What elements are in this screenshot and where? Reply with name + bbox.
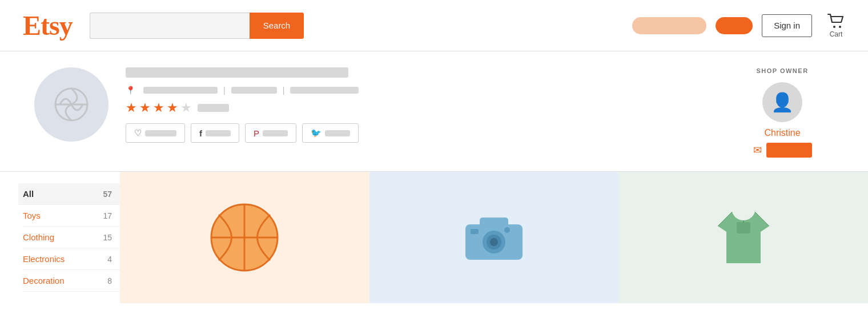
- category-toys-count: 17: [103, 211, 112, 220]
- search-input[interactable]: [90, 13, 250, 39]
- owner-name[interactable]: Christine: [764, 128, 800, 138]
- facebook-label: [206, 130, 231, 136]
- category-toys[interactable]: Toys 17: [23, 205, 120, 227]
- product-card-camera[interactable]: [369, 172, 619, 303]
- facebook-icon: f: [199, 128, 202, 138]
- shop-meta-row: 📍 | |: [126, 86, 731, 95]
- svg-point-0: [833, 26, 835, 28]
- svg-rect-13: [737, 222, 750, 234]
- etsy-logo[interactable]: Etsy: [23, 10, 73, 41]
- sign-in-button[interactable]: Sign in: [762, 14, 812, 37]
- shop-avatar-icon: [51, 84, 91, 124]
- categories-panel: All 57 Toys 17 Clothing 15 Electronics 4…: [0, 172, 120, 303]
- twitter-label: [325, 130, 350, 136]
- search-bar: Search: [90, 13, 304, 39]
- category-electronics[interactable]: Electronics 4: [23, 248, 120, 270]
- svg-rect-12: [471, 229, 479, 234]
- svg-rect-7: [480, 218, 508, 228]
- svg-point-11: [504, 227, 510, 233]
- meta-sep-2: |: [283, 86, 285, 95]
- shop-avatar: [34, 67, 108, 142]
- cart-label: Cart: [830, 30, 843, 38]
- meta-pill-info2: [290, 87, 359, 94]
- shop-owner-panel: SHOP OWNER 👤 Christine ✉: [731, 67, 834, 158]
- star-2: ★: [139, 100, 151, 115]
- facebook-button[interactable]: f: [191, 123, 239, 143]
- pinterest-button[interactable]: P: [245, 123, 296, 143]
- category-all[interactable]: All 57: [18, 183, 120, 205]
- heart-icon: ♡: [134, 128, 142, 138]
- pinterest-icon: P: [254, 128, 259, 138]
- shop-name-bar: [126, 67, 348, 78]
- category-decoration-count: 8: [107, 276, 112, 285]
- stars-row: ★ ★ ★ ★ ★: [126, 100, 731, 115]
- meta-pill-info1: [231, 87, 277, 94]
- nav-pill-long[interactable]: [632, 17, 706, 34]
- location-icon: 📍: [126, 86, 135, 95]
- pinterest-label: [263, 130, 288, 136]
- owner-avatar-icon: 👤: [771, 91, 794, 113]
- rating-pill: [198, 104, 229, 112]
- shop-owner-label: SHOP OWNER: [756, 67, 808, 74]
- header-nav: Sign in Cart: [632, 13, 845, 38]
- meta-pill-location: [143, 87, 218, 94]
- products-grid: [120, 172, 868, 303]
- basketball-icon: [207, 200, 282, 275]
- nav-pill-short[interactable]: [716, 17, 753, 34]
- category-electronics-count: 4: [107, 255, 112, 264]
- camera-icon: [463, 206, 525, 269]
- star-4: ★: [167, 100, 178, 115]
- cart-area[interactable]: Cart: [827, 13, 845, 38]
- social-row: ♡ f P 🐦: [126, 123, 731, 143]
- category-clothing-name: Clothing: [23, 232, 54, 242]
- category-all-count: 57: [103, 190, 112, 199]
- meta-sep-1: |: [223, 86, 226, 95]
- category-clothing-count: 15: [103, 233, 112, 242]
- message-icon: ✉: [753, 144, 762, 156]
- main-content: All 57 Toys 17 Clothing 15 Electronics 4…: [0, 172, 868, 303]
- category-all-name: All: [23, 189, 34, 199]
- svg-point-1: [839, 26, 841, 28]
- category-electronics-name: Electronics: [23, 254, 65, 264]
- owner-contact-button[interactable]: [766, 143, 812, 158]
- category-decoration[interactable]: Decoration 8: [23, 270, 120, 292]
- cart-icon: [827, 13, 845, 29]
- star-5: ★: [180, 100, 192, 115]
- product-card-shirt[interactable]: [618, 172, 868, 303]
- category-decoration-name: Decoration: [23, 276, 65, 285]
- category-clothing[interactable]: Clothing 15: [23, 227, 120, 248]
- category-toys-name: Toys: [23, 211, 41, 220]
- twitter-button[interactable]: 🐦: [302, 123, 359, 143]
- product-card-basketball[interactable]: [120, 172, 369, 303]
- svg-point-10: [490, 238, 498, 246]
- owner-avatar: 👤: [762, 82, 802, 122]
- owner-action-row: ✉: [753, 143, 812, 158]
- favorite-label: [145, 130, 176, 136]
- shop-info: 📍 | | ★ ★ ★ ★ ★ ♡ f P: [126, 67, 731, 143]
- twitter-icon: 🐦: [311, 128, 322, 138]
- star-1: ★: [126, 100, 137, 115]
- shop-profile: 📍 | | ★ ★ ★ ★ ★ ♡ f P: [0, 51, 868, 172]
- header: Etsy Search Sign in Cart: [0, 0, 868, 51]
- star-3: ★: [153, 100, 164, 115]
- shirt-icon: [712, 206, 775, 269]
- search-button[interactable]: Search: [250, 13, 304, 39]
- favorite-button[interactable]: ♡: [126, 123, 185, 143]
